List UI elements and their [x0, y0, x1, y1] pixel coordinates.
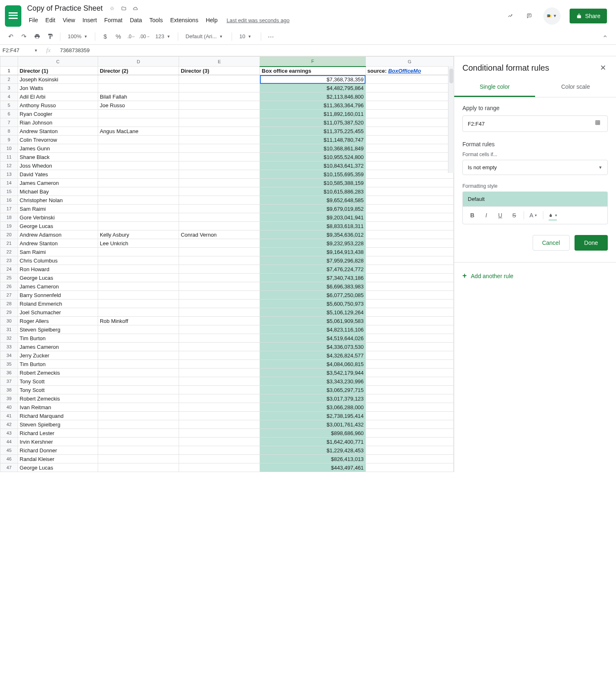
menu-view[interactable]: View: [60, 15, 78, 25]
cell[interactable]: George Lucas: [18, 274, 98, 282]
apply-range-input[interactable]: F2:F47: [462, 115, 608, 132]
cell[interactable]: $4,084,060,815: [260, 360, 365, 369]
row-header[interactable]: 37: [0, 377, 18, 386]
cell[interactable]: $9,652,648,585: [260, 196, 365, 205]
cell[interactable]: George Lucas: [18, 222, 98, 230]
cell[interactable]: [365, 256, 453, 265]
name-box[interactable]: F2:F47 ▼: [0, 47, 40, 53]
row-header[interactable]: 41: [0, 412, 18, 420]
paint-format-button[interactable]: [44, 31, 56, 42]
decrease-decimal-button[interactable]: .0←: [126, 31, 137, 42]
row-header[interactable]: 45: [0, 446, 18, 455]
cell[interactable]: [365, 144, 453, 153]
font-size-dropdown[interactable]: 10▼: [236, 32, 257, 41]
cell[interactable]: $443,497,461: [260, 463, 365, 472]
cell[interactable]: [365, 455, 453, 463]
undo-button[interactable]: ↶: [5, 31, 16, 42]
cell[interactable]: $11,892,160,011: [260, 110, 365, 118]
cell[interactable]: [365, 394, 453, 403]
cell[interactable]: [365, 153, 453, 161]
row-header[interactable]: 20: [0, 230, 18, 239]
cell[interactable]: $10,155,695,359: [260, 170, 365, 179]
cell[interactable]: Tim Burton: [18, 334, 98, 343]
cell[interactable]: Ivan Reitman: [18, 403, 98, 412]
cell[interactable]: Andrew Stanton: [18, 239, 98, 248]
cell[interactable]: [98, 463, 179, 472]
cell[interactable]: Robert Zemeckis: [18, 394, 98, 403]
text-color-button[interactable]: A▼: [527, 209, 540, 221]
cell[interactable]: Richard Marquand: [18, 412, 98, 420]
cell[interactable]: [365, 282, 453, 291]
cell[interactable]: Christopher Nolan: [18, 196, 98, 205]
add-rule-button[interactable]: + Add another rule: [454, 262, 616, 289]
cell[interactable]: $1,229,428,453: [260, 446, 365, 455]
cell[interactable]: [365, 429, 453, 438]
cell[interactable]: [365, 463, 453, 472]
cell[interactable]: $4,519,644,026: [260, 334, 365, 343]
done-button[interactable]: Done: [575, 235, 608, 251]
cell[interactable]: [98, 325, 179, 334]
spreadsheet-grid[interactable]: C D E F G 1Director (1)Director (2)Direc…: [0, 56, 454, 472]
cell[interactable]: [365, 360, 453, 369]
cell[interactable]: [98, 110, 179, 118]
cell[interactable]: [179, 369, 260, 377]
cell[interactable]: $1,642,400,771: [260, 438, 365, 446]
cell[interactable]: [98, 153, 179, 161]
cell[interactable]: Joss Whedon: [18, 161, 98, 170]
more-formats-dropdown[interactable]: 123▼: [152, 32, 174, 41]
cell[interactable]: $6,696,383,983: [260, 282, 365, 291]
cell[interactable]: source: BoxOfficeMo: [365, 67, 453, 75]
row-header[interactable]: 6: [0, 110, 18, 118]
style-preview[interactable]: Default: [462, 191, 608, 206]
cell[interactable]: [98, 265, 179, 274]
vertical-scrollbar[interactable]: [448, 66, 454, 173]
cell[interactable]: [365, 92, 453, 101]
cell[interactable]: [98, 213, 179, 222]
cell[interactable]: $3,343,230,996: [260, 377, 365, 386]
cell[interactable]: $898,686,960: [260, 429, 365, 438]
cell[interactable]: [365, 187, 453, 196]
cell[interactable]: [179, 334, 260, 343]
cell[interactable]: [179, 205, 260, 213]
cell[interactable]: [179, 317, 260, 325]
cell[interactable]: $3,001,761,432: [260, 420, 365, 429]
cell[interactable]: Rob Minkoff: [98, 317, 179, 325]
sheets-logo-icon[interactable]: [5, 5, 21, 27]
cell[interactable]: $9,232,953,228: [260, 239, 365, 248]
cancel-button[interactable]: Cancel: [533, 235, 570, 251]
menu-edit[interactable]: Edit: [42, 15, 59, 25]
collapse-toolbar-icon[interactable]: [599, 30, 611, 43]
cell[interactable]: Conrad Vernon: [179, 230, 260, 239]
row-header[interactable]: 31: [0, 325, 18, 334]
cell[interactable]: Adil El Arbi: [18, 92, 98, 101]
row-header[interactable]: 11: [0, 153, 18, 161]
zoom-dropdown[interactable]: 100%▼: [64, 32, 91, 41]
row-header[interactable]: 22: [0, 248, 18, 256]
cell[interactable]: $11,148,780,747: [260, 136, 365, 144]
col-header-e[interactable]: E: [179, 57, 260, 67]
cell[interactable]: Joe Russo: [98, 101, 179, 110]
menu-format[interactable]: Format: [101, 15, 126, 25]
cell[interactable]: [365, 446, 453, 455]
row-header[interactable]: 44: [0, 438, 18, 446]
row-header[interactable]: 47: [0, 463, 18, 472]
cell[interactable]: [179, 420, 260, 429]
cell[interactable]: $826,413,013: [260, 455, 365, 463]
activity-icon[interactable]: [506, 11, 515, 21]
cell[interactable]: Irvin Kershner: [18, 438, 98, 446]
row-header[interactable]: 18: [0, 213, 18, 222]
cell[interactable]: $2,113,846,800: [260, 92, 365, 101]
cell[interactable]: [98, 455, 179, 463]
cell[interactable]: [179, 412, 260, 420]
cell[interactable]: [179, 403, 260, 412]
row-header[interactable]: 12: [0, 161, 18, 170]
cell[interactable]: Lee Unkrich: [98, 239, 179, 248]
cell[interactable]: [365, 170, 453, 179]
cell[interactable]: Ryan Coogler: [18, 110, 98, 118]
cell[interactable]: [179, 438, 260, 446]
menu-insert[interactable]: Insert: [79, 15, 100, 25]
cell[interactable]: Steven Spielberg: [18, 420, 98, 429]
cell[interactable]: [98, 351, 179, 360]
redo-button[interactable]: ↷: [18, 31, 30, 42]
cell[interactable]: [365, 265, 453, 274]
